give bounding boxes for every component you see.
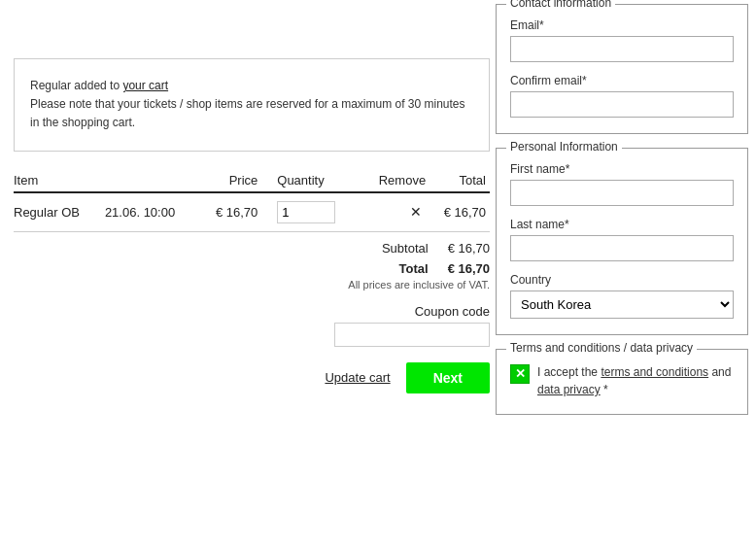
your-cart-link[interactable]: your cart (122, 79, 168, 92)
notice-text: Regular added to (30, 79, 122, 92)
terms-before: I accept the (537, 365, 601, 379)
table-row: Regular OB 21.06. 10:00 € 16,70 ✕ € 16,7… (14, 192, 490, 232)
privacy-link[interactable]: data privacy (537, 383, 601, 396)
contact-info-title: Contact information (506, 0, 615, 10)
country-select[interactable]: South Korea Germany United States France… (510, 291, 734, 319)
last-name-group: Last name* (510, 218, 734, 261)
terms-title: Terms and conditions / data privacy (506, 341, 697, 355)
update-cart-button[interactable]: Update cart (325, 370, 390, 385)
coupon-section: Coupon code (14, 304, 490, 347)
row-item-date: 21.06. 10:00 (105, 192, 202, 232)
email-label: Email* (510, 18, 734, 32)
confirm-email-field[interactable] (510, 91, 734, 118)
notice-subtext: Please note that your tickets / shop ite… (30, 97, 465, 129)
col-price: Price (201, 169, 261, 192)
terms-section: Terms and conditions / data privacy ✕ I … (496, 349, 748, 415)
terms-after: * (601, 383, 608, 396)
col-remove: Remove (363, 169, 430, 192)
terms-text: I accept the terms and conditions and da… (537, 363, 731, 398)
remove-button[interactable]: ✕ (406, 204, 426, 220)
first-name-field[interactable] (510, 180, 734, 206)
action-row: Update cart Next (14, 362, 490, 393)
vat-text: All prices are inclusive of VAT. (348, 279, 490, 291)
col-total: Total (430, 169, 490, 192)
terms-link[interactable]: terms and conditions (601, 365, 708, 379)
left-panel: Regular added to your cart Please note t… (14, 58, 490, 393)
next-button[interactable]: Next (406, 362, 490, 393)
totals-section: Subtotal € 16,70 Total € 16,70 All price… (14, 238, 490, 291)
col-date (105, 169, 202, 192)
personal-info-section: Personal Information First name* Last na… (496, 148, 748, 335)
row-item-total: € 16,70 (430, 192, 490, 232)
check-symbol: ✕ (515, 364, 526, 384)
total-value: € 16,70 (448, 261, 490, 276)
row-item-name: Regular OB (14, 192, 105, 232)
coupon-label: Coupon code (14, 304, 490, 319)
cart-notice: Regular added to your cart Please note t… (14, 58, 490, 152)
personal-info-title: Personal Information (506, 140, 622, 154)
row-item-price: € 16,70 (201, 192, 261, 232)
total-label: Total (399, 261, 429, 276)
row-item-qty[interactable] (261, 192, 362, 232)
quantity-input[interactable] (277, 201, 335, 223)
confirm-email-label: Confirm email* (510, 74, 734, 87)
first-name-label: First name* (510, 162, 734, 176)
col-quantity: Quantity (261, 169, 362, 192)
email-group: Email* (510, 18, 734, 62)
subtotal-row: Subtotal € 16,70 (14, 238, 490, 258)
subtotal-label: Subtotal (382, 241, 429, 256)
email-field[interactable] (510, 36, 734, 62)
country-group: Country South Korea Germany United State… (510, 273, 734, 319)
vat-note: All prices are inclusive of VAT. (14, 279, 490, 291)
total-row: Total € 16,70 (14, 258, 490, 279)
subtotal-value: € 16,70 (448, 241, 490, 256)
terms-checkbox[interactable]: ✕ (510, 364, 530, 384)
cart-table: Item Price Quantity Remove Total Regular… (14, 169, 490, 232)
terms-middle: and (708, 365, 731, 379)
last-name-label: Last name* (510, 218, 734, 231)
row-item-remove[interactable]: ✕ (363, 192, 430, 232)
col-item: Item (14, 169, 105, 192)
first-name-group: First name* (510, 162, 734, 206)
confirm-email-group: Confirm email* (510, 74, 734, 118)
contact-info-section: Contact information Email* Confirm email… (496, 4, 748, 134)
country-label: Country (510, 273, 734, 287)
terms-content: ✕ I accept the terms and conditions and … (510, 363, 734, 398)
last-name-field[interactable] (510, 235, 734, 261)
coupon-input[interactable] (334, 323, 490, 347)
right-panel: Contact information Email* Confirm email… (496, 4, 748, 415)
